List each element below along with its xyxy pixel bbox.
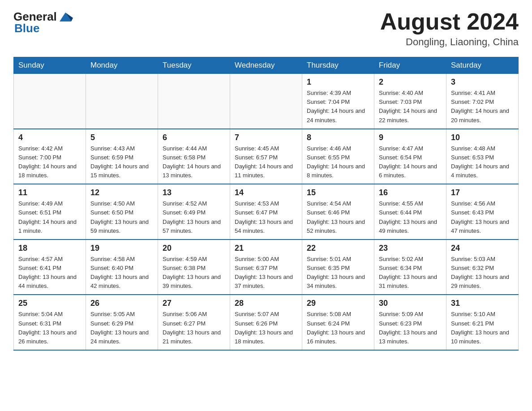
title-block: August 2024 Dongling, Liaoning, China bbox=[380, 9, 519, 48]
logo: General Blue bbox=[13, 9, 73, 35]
day-number: 23 bbox=[379, 244, 442, 253]
day-info: Sunrise: 4:59 AM Sunset: 6:38 PM Dayligh… bbox=[163, 255, 225, 291]
day-info: Sunrise: 4:43 AM Sunset: 6:59 PM Dayligh… bbox=[90, 144, 153, 180]
calendar-cell: 31Sunrise: 5:10 AM Sunset: 6:21 PM Dayli… bbox=[446, 295, 519, 350]
day-number: 21 bbox=[235, 244, 297, 253]
calendar-cell bbox=[230, 74, 302, 129]
day-info: Sunrise: 4:40 AM Sunset: 7:03 PM Dayligh… bbox=[379, 89, 442, 125]
day-info: Sunrise: 4:39 AM Sunset: 7:04 PM Dayligh… bbox=[307, 89, 369, 125]
day-number: 20 bbox=[163, 244, 225, 253]
calendar-header-row: SundayMondayTuesdayWednesdayThursdayFrid… bbox=[14, 57, 519, 74]
day-info: Sunrise: 5:02 AM Sunset: 6:34 PM Dayligh… bbox=[379, 255, 442, 291]
calendar-cell: 24Sunrise: 5:03 AM Sunset: 6:32 PM Dayli… bbox=[446, 240, 519, 295]
calendar-cell bbox=[14, 74, 86, 129]
calendar-cell: 17Sunrise: 4:56 AM Sunset: 6:43 PM Dayli… bbox=[446, 184, 519, 240]
calendar-cell: 27Sunrise: 5:06 AM Sunset: 6:27 PM Dayli… bbox=[158, 295, 230, 350]
day-info: Sunrise: 4:46 AM Sunset: 6:55 PM Dayligh… bbox=[307, 144, 369, 180]
day-number: 22 bbox=[307, 244, 369, 253]
calendar-table: SundayMondayTuesdayWednesdayThursdayFrid… bbox=[13, 57, 519, 351]
calendar-cell: 25Sunrise: 5:04 AM Sunset: 6:31 PM Dayli… bbox=[14, 295, 86, 350]
day-info: Sunrise: 4:49 AM Sunset: 6:51 PM Dayligh… bbox=[18, 199, 81, 235]
day-info: Sunrise: 4:44 AM Sunset: 6:58 PM Dayligh… bbox=[163, 144, 225, 180]
day-info: Sunrise: 4:50 AM Sunset: 6:50 PM Dayligh… bbox=[90, 199, 153, 235]
logo-blue-text: Blue bbox=[14, 21, 39, 35]
calendar-cell bbox=[158, 74, 230, 129]
calendar-cell: 22Sunrise: 5:01 AM Sunset: 6:35 PM Dayli… bbox=[302, 240, 374, 295]
day-info: Sunrise: 4:56 AM Sunset: 6:43 PM Dayligh… bbox=[451, 199, 514, 235]
day-info: Sunrise: 5:01 AM Sunset: 6:35 PM Dayligh… bbox=[307, 255, 369, 291]
day-number: 28 bbox=[235, 299, 297, 308]
day-info: Sunrise: 4:58 AM Sunset: 6:40 PM Dayligh… bbox=[90, 255, 153, 291]
day-info: Sunrise: 4:55 AM Sunset: 6:44 PM Dayligh… bbox=[379, 199, 442, 235]
day-number: 29 bbox=[307, 299, 369, 308]
day-number: 11 bbox=[18, 188, 81, 197]
column-header-wednesday: Wednesday bbox=[230, 57, 302, 74]
day-number: 10 bbox=[451, 133, 514, 142]
day-number: 2 bbox=[379, 77, 442, 87]
month-title: August 2024 bbox=[380, 9, 519, 34]
calendar-cell: 20Sunrise: 4:59 AM Sunset: 6:38 PM Dayli… bbox=[158, 240, 230, 295]
column-header-sunday: Sunday bbox=[14, 57, 86, 74]
calendar-cell: 23Sunrise: 5:02 AM Sunset: 6:34 PM Dayli… bbox=[374, 240, 446, 295]
calendar-cell: 14Sunrise: 4:53 AM Sunset: 6:47 PM Dayli… bbox=[230, 184, 302, 240]
day-number: 13 bbox=[163, 188, 225, 197]
day-info: Sunrise: 5:00 AM Sunset: 6:37 PM Dayligh… bbox=[235, 255, 297, 291]
calendar-cell: 8Sunrise: 4:46 AM Sunset: 6:55 PM Daylig… bbox=[302, 129, 374, 184]
day-number: 26 bbox=[90, 299, 153, 308]
calendar-cell bbox=[86, 74, 158, 129]
day-number: 3 bbox=[451, 77, 514, 87]
calendar-week-row: 1Sunrise: 4:39 AM Sunset: 7:04 PM Daylig… bbox=[14, 74, 519, 129]
column-header-thursday: Thursday bbox=[302, 57, 374, 74]
day-info: Sunrise: 4:52 AM Sunset: 6:49 PM Dayligh… bbox=[163, 199, 225, 235]
day-info: Sunrise: 4:42 AM Sunset: 7:00 PM Dayligh… bbox=[18, 144, 81, 180]
day-number: 24 bbox=[451, 244, 514, 253]
day-info: Sunrise: 5:05 AM Sunset: 6:29 PM Dayligh… bbox=[90, 310, 153, 346]
day-info: Sunrise: 4:53 AM Sunset: 6:47 PM Dayligh… bbox=[235, 199, 297, 235]
day-info: Sunrise: 4:57 AM Sunset: 6:41 PM Dayligh… bbox=[18, 255, 81, 291]
day-info: Sunrise: 4:47 AM Sunset: 6:54 PM Dayligh… bbox=[379, 144, 442, 180]
day-number: 1 bbox=[307, 77, 369, 87]
day-info: Sunrise: 5:06 AM Sunset: 6:27 PM Dayligh… bbox=[163, 310, 225, 346]
day-number: 8 bbox=[307, 133, 369, 142]
day-number: 6 bbox=[163, 133, 225, 142]
day-number: 16 bbox=[379, 188, 442, 197]
day-number: 27 bbox=[163, 299, 225, 308]
calendar-cell: 13Sunrise: 4:52 AM Sunset: 6:49 PM Dayli… bbox=[158, 184, 230, 240]
calendar-cell: 4Sunrise: 4:42 AM Sunset: 7:00 PM Daylig… bbox=[14, 129, 86, 184]
calendar-cell: 6Sunrise: 4:44 AM Sunset: 6:58 PM Daylig… bbox=[158, 129, 230, 184]
day-number: 19 bbox=[90, 244, 153, 253]
calendar-cell: 19Sunrise: 4:58 AM Sunset: 6:40 PM Dayli… bbox=[86, 240, 158, 295]
calendar-cell: 29Sunrise: 5:08 AM Sunset: 6:24 PM Dayli… bbox=[302, 295, 374, 350]
day-info: Sunrise: 4:45 AM Sunset: 6:57 PM Dayligh… bbox=[235, 144, 297, 180]
calendar-cell: 2Sunrise: 4:40 AM Sunset: 7:03 PM Daylig… bbox=[374, 74, 446, 129]
calendar-cell: 7Sunrise: 4:45 AM Sunset: 6:57 PM Daylig… bbox=[230, 129, 302, 184]
day-info: Sunrise: 4:41 AM Sunset: 7:02 PM Dayligh… bbox=[451, 89, 514, 125]
day-number: 4 bbox=[18, 133, 81, 142]
calendar-cell: 10Sunrise: 4:48 AM Sunset: 6:53 PM Dayli… bbox=[446, 129, 519, 184]
day-number: 31 bbox=[451, 299, 514, 308]
calendar-cell: 15Sunrise: 4:54 AM Sunset: 6:46 PM Dayli… bbox=[302, 184, 374, 240]
day-number: 15 bbox=[307, 188, 369, 197]
calendar-cell: 12Sunrise: 4:50 AM Sunset: 6:50 PM Dayli… bbox=[86, 184, 158, 240]
calendar-cell: 16Sunrise: 4:55 AM Sunset: 6:44 PM Dayli… bbox=[374, 184, 446, 240]
day-info: Sunrise: 5:03 AM Sunset: 6:32 PM Dayligh… bbox=[451, 255, 514, 291]
calendar-cell: 30Sunrise: 5:09 AM Sunset: 6:23 PM Dayli… bbox=[374, 295, 446, 350]
day-number: 17 bbox=[451, 188, 514, 197]
column-header-saturday: Saturday bbox=[446, 57, 519, 74]
calendar-week-row: 18Sunrise: 4:57 AM Sunset: 6:41 PM Dayli… bbox=[14, 240, 519, 295]
day-number: 25 bbox=[18, 299, 81, 308]
day-info: Sunrise: 5:10 AM Sunset: 6:21 PM Dayligh… bbox=[451, 310, 514, 346]
calendar-week-row: 25Sunrise: 5:04 AM Sunset: 6:31 PM Dayli… bbox=[14, 295, 519, 350]
day-info: Sunrise: 4:48 AM Sunset: 6:53 PM Dayligh… bbox=[451, 144, 514, 180]
calendar-cell: 26Sunrise: 5:05 AM Sunset: 6:29 PM Dayli… bbox=[86, 295, 158, 350]
calendar-week-row: 4Sunrise: 4:42 AM Sunset: 7:00 PM Daylig… bbox=[14, 129, 519, 184]
column-header-tuesday: Tuesday bbox=[158, 57, 230, 74]
calendar-cell: 9Sunrise: 4:47 AM Sunset: 6:54 PM Daylig… bbox=[374, 129, 446, 184]
day-number: 18 bbox=[18, 244, 81, 253]
calendar-cell: 1Sunrise: 4:39 AM Sunset: 7:04 PM Daylig… bbox=[302, 74, 374, 129]
column-header-friday: Friday bbox=[374, 57, 446, 74]
day-number: 7 bbox=[235, 133, 297, 142]
logo-icon bbox=[58, 9, 73, 24]
calendar-week-row: 11Sunrise: 4:49 AM Sunset: 6:51 PM Dayli… bbox=[14, 184, 519, 240]
day-number: 9 bbox=[379, 133, 442, 142]
